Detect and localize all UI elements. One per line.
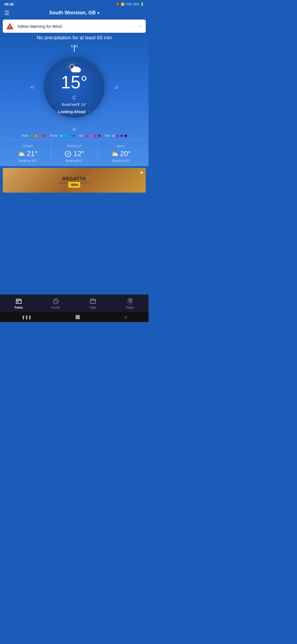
weather-gauge: const cx = 160, cy = 160; const outerR =… [30, 43, 118, 132]
location-name: South Wonston, GB [49, 10, 96, 16]
tonight-temperature: 12° [73, 149, 84, 158]
svg-line-9 [68, 63, 69, 64]
menu-button[interactable]: ☰ [4, 10, 9, 16]
today-realfeel: RealFeel 20° [7, 159, 49, 162]
forecast-row: TODAY ⛅ 21° RealFeel 20° TONIGHT ★ ★ 12°… [4, 140, 144, 166]
nav-daily[interactable]: Daily [74, 298, 111, 309]
hourly-nav-icon [53, 298, 59, 305]
daily-nav-icon [90, 298, 96, 305]
gauge-left-label: 45 [30, 86, 34, 89]
ad-brand-name: REGATTA [59, 176, 90, 182]
today-weather-icon: ⛅ [18, 150, 25, 157]
svg-line-10 [75, 63, 76, 64]
android-back-icon[interactable]: ❚❚❚ [22, 315, 32, 319]
tonight-temp-row: ★ ★ 12° [53, 149, 95, 158]
today-nav-icon [15, 298, 22, 305]
snow-dot-1 [60, 135, 62, 137]
hourly-nav-label: Hourly [51, 306, 60, 309]
daily-nav-label: Daily [89, 306, 96, 309]
tonight-realfeel: RealFeel 12° [53, 159, 95, 162]
looking-ahead-button[interactable]: Looking Ahead → [58, 110, 90, 114]
snow-dot-2 [64, 135, 67, 137]
temperature-circle: 15° C RealFeel® 14° Looking Ahead → [44, 57, 105, 118]
status-time: 08:48 [4, 2, 13, 6]
app-header: ☰ South Wonston, GB ▾ [0, 8, 148, 18]
tonight-weather-icon: ★ ★ [64, 150, 72, 158]
rain-dot-2 [35, 135, 37, 137]
mix-dot-4 [125, 135, 127, 137]
today-temp-row: ⛅ 21° [7, 149, 49, 158]
main-weather-section: No precipitation for at least 60 min con… [0, 35, 148, 166]
svg-text:!: ! [9, 24, 11, 29]
ice-dot-1 [86, 135, 88, 137]
svg-rect-21 [17, 301, 18, 302]
nav-today[interactable]: Today [0, 298, 37, 309]
svg-rect-17 [16, 299, 21, 304]
warning-triangle-icon: ! [6, 22, 14, 30]
mon-label: MON [100, 144, 142, 148]
temperature-display: 15° [61, 73, 88, 91]
svg-text:★: ★ [70, 153, 72, 154]
ad-content: REGATTA GREAT OUTDOORS -60% ▶ [3, 168, 146, 193]
forecast-today[interactable]: TODAY ⛅ 21° RealFeel 20° [4, 143, 51, 163]
battery-level: 20% [133, 2, 139, 6]
mix-dot-1 [112, 135, 115, 137]
today-temperature: 21° [27, 149, 37, 158]
precipitation-legend: Rain Snow Ice Mix [4, 134, 144, 138]
svg-point-14 [73, 66, 78, 71]
ad-play-icon: ▶ [141, 170, 144, 174]
today-nav-label: Today [14, 306, 23, 309]
svg-text:★: ★ [70, 151, 71, 152]
ice-dot-4 [98, 135, 101, 137]
precipitation-status: No precipitation for at least 60 min [4, 35, 144, 41]
snow-dot-3 [68, 135, 71, 137]
forecast-mon[interactable]: MON ⛅ 20° RealFeel 20° [98, 143, 144, 163]
mon-temp-row: ⛅ 20° [100, 149, 142, 158]
snow-dot-4 [72, 135, 75, 137]
forecast-tonight[interactable]: TONIGHT ★ ★ 12° RealFeel 12° [51, 143, 98, 163]
mon-temperature: 20° [120, 149, 131, 158]
radar-nav-label: Radar [126, 306, 134, 309]
ice-dot-3 [94, 135, 97, 137]
mute-icon: 🔇 [116, 2, 120, 6]
mix-label: Mix [105, 134, 110, 138]
rain-label: Rain [21, 134, 28, 138]
gauge-bottom-label: 30 [72, 128, 76, 132]
warning-arrow-icon: → [138, 24, 142, 29]
realfeel-value: RealFeel® 14° [62, 102, 87, 107]
gauge-right-label: 15 [115, 86, 118, 89]
mix-dot-3 [120, 135, 123, 137]
warning-banner[interactable]: ! Yellow Warning for Wind → [3, 20, 146, 33]
temperature-unit: C [73, 95, 76, 101]
status-icons: 🔇 📶 LTE2 20% 🔋 [116, 2, 144, 6]
wifi-icon: 📶 [121, 2, 125, 6]
ice-dot-2 [90, 135, 92, 137]
bottom-navigation: Today Hourly Daily Radar [0, 294, 148, 312]
mon-realfeel: RealFeel 20° [100, 159, 142, 162]
rain-dot-1 [31, 135, 33, 137]
gauge-time: 8:48 [71, 44, 78, 48]
mon-weather-icon: ⛅ [111, 150, 119, 157]
today-label: TODAY [7, 144, 49, 148]
ice-label: Ice [79, 134, 84, 138]
android-nav-bar: ❚❚❚ ⬜ ◁ [0, 312, 148, 322]
radar-nav-icon [127, 298, 133, 305]
temperature-value: 15° [61, 73, 88, 91]
advertisement-banner[interactable]: REGATTA GREAT OUTDOORS -60% ▶ [3, 168, 146, 193]
nav-hourly[interactable]: Hourly [37, 298, 74, 309]
battery-icon: 🔋 [140, 2, 144, 6]
rain-dot-4 [43, 135, 45, 137]
tonight-label: TONIGHT [53, 144, 95, 148]
nav-radar[interactable]: Radar [111, 298, 148, 309]
weather-condition-icon [66, 61, 82, 73]
location-chevron-icon: ▾ [97, 11, 99, 15]
warning-text: Yellow Warning for Wind [17, 24, 135, 29]
location-selector[interactable]: South Wonston, GB ▾ [49, 10, 100, 16]
signal-icon: LTE2 [126, 3, 132, 6]
svg-rect-25 [90, 299, 95, 304]
rain-dot-3 [39, 135, 41, 137]
android-recents-icon[interactable]: ◁ [124, 315, 127, 319]
mix-dot-2 [116, 135, 119, 137]
svg-line-24 [56, 301, 57, 302]
android-home-icon[interactable]: ⬜ [75, 315, 80, 319]
